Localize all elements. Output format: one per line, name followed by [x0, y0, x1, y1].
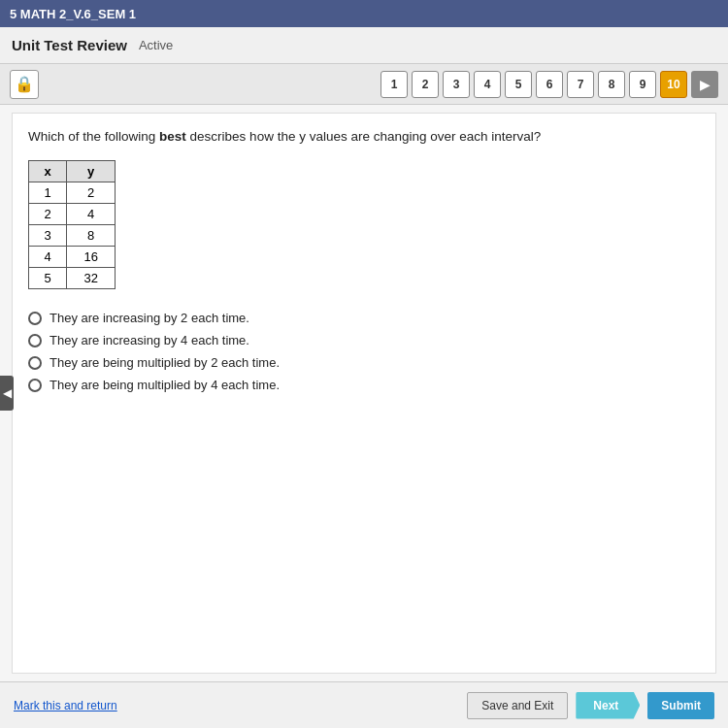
nav-btn-7[interactable]: 7 [567, 71, 594, 98]
nav-btn-8[interactable]: 8 [598, 71, 625, 98]
nav-btn-4[interactable]: 4 [474, 71, 501, 98]
left-collapse-tab[interactable]: ◀ [0, 376, 14, 411]
radio-2[interactable] [28, 334, 42, 347]
option-1-label: They are increasing by 2 each time. [50, 311, 249, 325]
data-table: x y 122438416532 [28, 160, 116, 289]
cell-r0-c1: 2 [67, 182, 116, 204]
toolbar: 🔒 1 2 3 4 5 6 7 8 9 10 ▶ [0, 64, 728, 105]
mark-return-link[interactable]: Mark this and return [14, 699, 117, 712]
cell-r0-c0: 1 [29, 182, 67, 204]
cell-r2-c1: 8 [67, 225, 116, 247]
question-text-bold: best [159, 129, 186, 144]
cell-r2-c0: 3 [29, 225, 67, 247]
cell-r1-c1: 4 [67, 204, 116, 225]
status-badge: Active [139, 38, 173, 52]
top-bar: 5 MATH 2_V.6_SEM 1 [0, 0, 728, 27]
question-panel: Which of the following best describes ho… [12, 113, 716, 674]
nav-btn-9[interactable]: 9 [629, 71, 656, 98]
submit-button[interactable]: Submit [647, 692, 714, 719]
table-row: 416 [29, 247, 116, 268]
content-area: ◀ Which of the following best describes … [0, 105, 728, 681]
radio-4[interactable] [28, 379, 42, 392]
col-header-y: y [67, 161, 116, 182]
table-row: 532 [29, 268, 116, 289]
option-4[interactable]: They are being multiplied by 4 each time… [28, 378, 700, 392]
nav-btn-6[interactable]: 6 [536, 71, 563, 98]
bottom-buttons: Save and Exit Next Submit [467, 692, 714, 719]
page-title: Unit Test Review [12, 37, 127, 53]
options-list: They are increasing by 2 each time. They… [28, 311, 700, 392]
nav-next-arrow[interactable]: ▶ [691, 71, 718, 98]
nav-btn-10[interactable]: 10 [660, 71, 687, 98]
question-text-after: describes how the y values are changing … [186, 129, 541, 144]
question-text-before: Which of the following [28, 129, 159, 144]
nav-btn-3[interactable]: 3 [443, 71, 470, 98]
cell-r3-c0: 4 [29, 247, 67, 268]
radio-3[interactable] [28, 356, 42, 370]
cell-r4-c0: 5 [29, 268, 67, 289]
radio-1[interactable] [28, 312, 42, 325]
cell-r1-c0: 2 [29, 204, 67, 225]
option-4-label: They are being multiplied by 4 each time… [50, 378, 280, 392]
next-button[interactable]: Next [576, 692, 640, 719]
table-row: 12 [29, 182, 116, 204]
save-exit-button[interactable]: Save and Exit [467, 692, 568, 719]
screen: 5 MATH 2_V.6_SEM 1 Unit Test Review Acti… [0, 0, 728, 728]
cell-r3-c1: 16 [67, 247, 116, 268]
option-3-label: They are being multiplied by 2 each time… [50, 355, 280, 370]
option-1[interactable]: They are increasing by 2 each time. [28, 311, 700, 325]
option-2[interactable]: They are increasing by 4 each time. [28, 333, 700, 347]
lock-button[interactable]: 🔒 [10, 70, 39, 99]
header: Unit Test Review Active [0, 27, 728, 64]
app-title: 5 MATH 2_V.6_SEM 1 [10, 7, 136, 21]
option-2-label: They are increasing by 4 each time. [50, 333, 249, 347]
question-navigation: 1 2 3 4 5 6 7 8 9 10 ▶ [381, 71, 718, 98]
table-row: 38 [29, 225, 116, 247]
nav-btn-1[interactable]: 1 [381, 71, 408, 98]
table-row: 24 [29, 204, 116, 225]
col-header-x: x [29, 161, 67, 182]
nav-btn-5[interactable]: 5 [505, 71, 532, 98]
bottom-bar: Mark this and return Save and Exit Next … [0, 681, 728, 728]
question-text: Which of the following best describes ho… [28, 127, 700, 147]
cell-r4-c1: 32 [67, 268, 116, 289]
option-3[interactable]: They are being multiplied by 2 each time… [28, 355, 700, 370]
nav-btn-2[interactable]: 2 [412, 71, 439, 98]
